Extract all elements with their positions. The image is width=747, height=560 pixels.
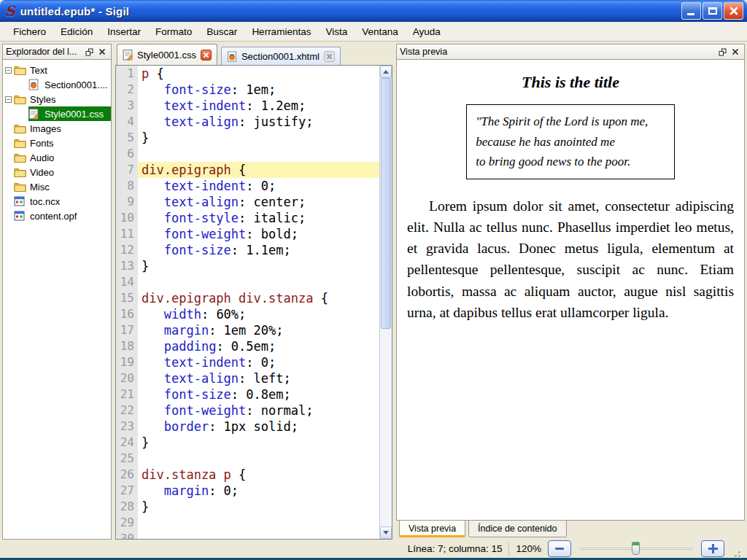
tab-close-button[interactable] bbox=[324, 51, 335, 62]
code-line-28[interactable]: 28} bbox=[116, 499, 379, 515]
code-line-12[interactable]: 12 font-size: 1.1em; bbox=[116, 242, 379, 258]
tree-item-fonts[interactable]: Fonts bbox=[3, 136, 111, 150]
code-line-text: text-indent: 0; bbox=[138, 178, 379, 194]
zoom-in-button[interactable] bbox=[701, 540, 724, 557]
tab-section0001-xhtml[interactable]: Section0001.xhtml bbox=[221, 47, 341, 65]
line-number: 12 bbox=[116, 242, 138, 258]
code-line-1[interactable]: 1p { bbox=[116, 66, 379, 82]
tree-item-misc[interactable]: Misc bbox=[3, 179, 111, 194]
code-line-22[interactable]: 22 font-weight: normal; bbox=[116, 402, 379, 419]
tab-vista-previa[interactable]: Vista previa bbox=[399, 521, 465, 537]
code-line-20[interactable]: 20 text-align: left; bbox=[116, 370, 379, 386]
float-panel-button[interactable] bbox=[716, 46, 729, 58]
tab-close-button[interactable] bbox=[201, 50, 212, 61]
tree-item-text[interactable]: −Text bbox=[3, 63, 111, 77]
code-line-5[interactable]: 5} bbox=[116, 130, 379, 146]
code-line-17[interactable]: 17 margin: 1em 20%; bbox=[116, 322, 379, 338]
panel-close-button[interactable] bbox=[729, 46, 741, 58]
tab-label: Section0001.xhtml bbox=[241, 51, 320, 62]
code-line-29[interactable]: 29 bbox=[116, 515, 379, 531]
code-line-10[interactable]: 10 font-style: italic; bbox=[116, 210, 379, 226]
scroll-down-button[interactable] bbox=[380, 526, 392, 539]
tree-item-audio[interactable]: Audio bbox=[3, 150, 111, 165]
code-line-11[interactable]: 11 font-weight: bold; bbox=[116, 226, 379, 242]
scroll-up-button[interactable] bbox=[380, 66, 392, 78]
tree-expander[interactable]: − bbox=[3, 67, 14, 74]
code-line-14[interactable]: 14 bbox=[116, 274, 379, 290]
code-line-25[interactable]: 25 bbox=[116, 451, 379, 467]
collapse-icon[interactable]: − bbox=[5, 96, 12, 103]
menu-item-formato[interactable]: Formato bbox=[148, 23, 199, 41]
zoom-out-button[interactable] bbox=[548, 540, 571, 557]
menu-item-herramientas[interactable]: Herramientas bbox=[244, 23, 318, 41]
code-line-18[interactable]: 18 padding: 0.5em; bbox=[116, 338, 379, 354]
tree-item-styles[interactable]: −Styles bbox=[3, 92, 111, 106]
maximize-button[interactable] bbox=[703, 2, 722, 20]
xhtml-file-icon bbox=[227, 51, 237, 62]
code-line-text: border: 1px solid; bbox=[138, 419, 379, 435]
tree-item-style0001-css[interactable]: Style0001.css bbox=[3, 106, 111, 121]
tree-item-toc-ncx[interactable]: toc.ncx bbox=[3, 194, 111, 209]
panel-close-button[interactable] bbox=[96, 46, 108, 58]
tab-style0001-css[interactable]: Style0001.css bbox=[117, 44, 217, 65]
tab-indice-de-contenido[interactable]: Índice de contenido bbox=[468, 521, 566, 537]
code-editor[interactable]: 1p {2 font-size: 1em;3 text-indent: 1.2e… bbox=[115, 65, 392, 540]
code-line-text: font-weight: normal; bbox=[138, 402, 379, 419]
tree-expander[interactable]: − bbox=[3, 96, 14, 103]
code-line-19[interactable]: 19 text-indent: 0; bbox=[116, 354, 379, 370]
code-line-23[interactable]: 23 border: 1px solid; bbox=[116, 419, 379, 435]
code-line-text: font-size: 1em; bbox=[138, 82, 379, 98]
code-line-text: } bbox=[138, 435, 379, 451]
code-line-16[interactable]: 16 width: 60%; bbox=[116, 306, 379, 322]
scrollbar-thumb[interactable] bbox=[381, 78, 391, 329]
scrollbar-track[interactable] bbox=[380, 78, 392, 526]
code-line-30[interactable]: 30 bbox=[116, 531, 379, 539]
collapse-icon[interactable]: − bbox=[5, 67, 12, 74]
code-line-text bbox=[138, 515, 379, 531]
code-line-3[interactable]: 3 text-indent: 1.2em; bbox=[116, 98, 379, 114]
line-number: 17 bbox=[116, 322, 138, 338]
zoom-out-icon bbox=[555, 548, 564, 550]
code-line-26[interactable]: 26div.stanza p { bbox=[116, 467, 379, 483]
code-line-2[interactable]: 2 font-size: 1em; bbox=[116, 82, 379, 98]
code-line-8[interactable]: 8 text-indent: 0; bbox=[116, 178, 379, 194]
tree-item-images[interactable]: Images bbox=[3, 121, 111, 136]
tree-item-label: Style0001.css bbox=[42, 109, 106, 120]
code-line-9[interactable]: 9 text-align: center; bbox=[116, 194, 379, 210]
menu-item-insertar[interactable]: Insertar bbox=[100, 23, 148, 41]
code-line-text: } bbox=[138, 258, 379, 274]
code-line-24[interactable]: 24} bbox=[116, 435, 379, 451]
preview-panel: Vista previa This is the title "The Spir… bbox=[396, 44, 745, 540]
menu-item-ventana[interactable]: Ventana bbox=[355, 23, 406, 41]
cursor-position: Línea: 7; columna: 15 bbox=[408, 543, 503, 554]
code-line-text: div.epigraph div.stanza { bbox=[138, 290, 379, 306]
menu-item-ayuda[interactable]: Ayuda bbox=[406, 23, 448, 41]
float-panel-button[interactable] bbox=[83, 46, 96, 58]
resize-grip-icon[interactable] bbox=[731, 548, 741, 558]
minimize-button[interactable] bbox=[681, 2, 701, 20]
code-line-21[interactable]: 21 font-size: 0.8em; bbox=[116, 386, 379, 402]
code-line-text: text-align: left; bbox=[138, 370, 379, 386]
code-line-text: text-indent: 1.2em; bbox=[138, 98, 379, 114]
code-line-27[interactable]: 27 margin: 0; bbox=[116, 483, 379, 499]
close-icon bbox=[729, 7, 738, 15]
menu-item-fichero[interactable]: Fichero bbox=[6, 23, 53, 41]
zoom-slider-handle[interactable] bbox=[632, 542, 640, 555]
code-line-text: } bbox=[138, 130, 379, 146]
tree-item-video[interactable]: Video bbox=[3, 165, 111, 179]
code-line-4[interactable]: 4 text-align: justify; bbox=[116, 114, 379, 130]
code-line-7[interactable]: 7div.epigraph { bbox=[116, 162, 379, 178]
code-line-15[interactable]: 15div.epigraph div.stanza { bbox=[116, 290, 379, 306]
zoom-slider[interactable] bbox=[578, 540, 694, 557]
tree-item-section0001[interactable]: Section0001.... bbox=[3, 77, 111, 92]
menu-item-vista[interactable]: Vista bbox=[318, 23, 355, 41]
menu-item-buscar[interactable]: Buscar bbox=[199, 23, 244, 41]
editor-tab-strip: Style0001.css Section0001.xhtml bbox=[115, 44, 392, 65]
code-line-13[interactable]: 13} bbox=[116, 258, 379, 274]
tree-item-content-opf[interactable]: content.opf bbox=[3, 209, 111, 223]
menu-item-edicion[interactable]: Edición bbox=[53, 23, 100, 41]
editor-scrollbar[interactable] bbox=[379, 66, 392, 539]
close-button[interactable] bbox=[724, 2, 743, 20]
code-line-text: margin: 0; bbox=[138, 483, 379, 499]
code-line-6[interactable]: 6 bbox=[116, 146, 379, 162]
